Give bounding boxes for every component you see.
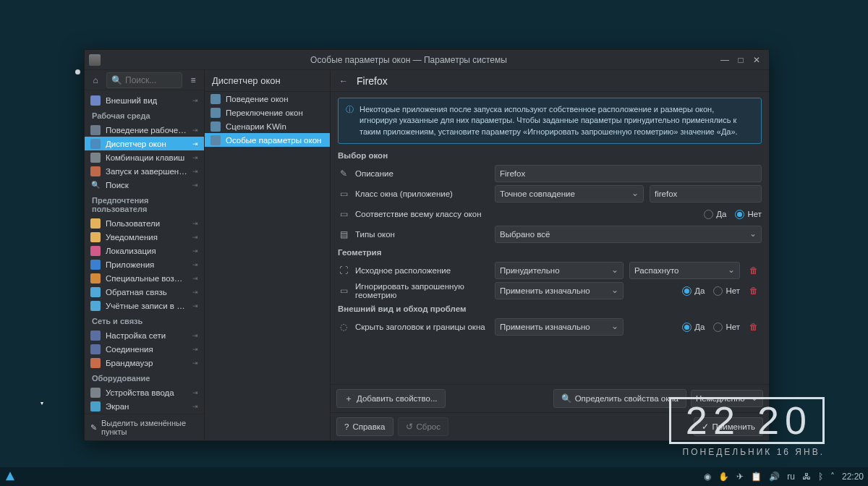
section-match: Выбор окон — [338, 151, 762, 160]
class-match-mode[interactable]: Точное совпадение — [495, 185, 644, 202]
sidebar-item[interactable]: Уведомления ⇥ — [85, 230, 204, 244]
chevron-right-icon: ⇥ — [192, 403, 198, 410]
tray-hand-icon[interactable]: ✋ — [718, 472, 729, 482]
sidebar-item[interactable]: Локализация ⇥ — [85, 244, 204, 257]
section-geometry: Геометрия — [338, 248, 762, 257]
whole-class-no[interactable]: Нет — [735, 210, 762, 219]
chevron-right-icon: ⇥ — [192, 168, 198, 175]
pos-mode-select[interactable]: Принудительно — [495, 262, 624, 279]
category-icon — [90, 401, 101, 412]
tray-chevron-icon[interactable]: ˄ — [830, 472, 835, 482]
close-button[interactable]: ✕ — [749, 52, 765, 68]
chevron-right-icon: ⇥ — [192, 140, 198, 148]
sidebar-item[interactable]: Комбинации клавиш ⇥ — [85, 150, 204, 164]
sidebar-group-header: Сеть и связь — [85, 312, 204, 328]
chevron-right-icon: ⇥ — [192, 247, 198, 255]
delete-rule-button[interactable]: 🗑 — [746, 263, 762, 278]
back-button[interactable]: ← — [336, 74, 351, 88]
chevron-right-icon: ⇥ — [192, 127, 198, 134]
sidebar-item[interactable]: Внешний вид ⇥ — [85, 93, 204, 107]
window-icon: ▭ — [338, 285, 349, 297]
detect-window-button[interactable]: 🔍Определить свойства окна — [553, 389, 686, 408]
category-icon: 🔍 — [90, 180, 101, 190]
window-types-select[interactable]: Выбрано всё — [495, 226, 762, 243]
pos-value-select[interactable]: Распахнуто — [629, 262, 740, 279]
highlight-changed-toggle[interactable]: ✎ Выделить изменённые пункты — [85, 414, 204, 440]
sidebar-item[interactable]: Поведение рабочей среды ⇥ — [85, 123, 204, 137]
tray-clipboard-icon[interactable]: 📋 — [751, 472, 762, 482]
hamburger-button[interactable]: ≡ — [185, 72, 201, 88]
delete-rule-button[interactable]: 🗑 — [746, 319, 762, 335]
tray-volume-icon[interactable]: 🔊 — [769, 472, 780, 482]
tray-telegram-icon[interactable]: ✈ — [736, 472, 744, 482]
ignore-no[interactable]: Нет — [713, 286, 740, 296]
home-button[interactable]: ⌂ — [88, 72, 103, 88]
chevron-right-icon: ⇥ — [192, 346, 198, 353]
tray-disc-icon[interactable]: ◉ — [704, 472, 711, 482]
category-icon — [90, 388, 101, 398]
maximize-button[interactable]: □ — [733, 52, 749, 68]
subpanel-item[interactable]: Сценарии KWin — [205, 119, 330, 133]
hide-no[interactable]: Нет — [713, 323, 740, 332]
description-input[interactable]: Firefox — [495, 165, 762, 182]
category-icon — [90, 232, 101, 242]
category-icon — [90, 166, 101, 176]
clock-time: 22 20 — [669, 397, 825, 444]
sidebar-item[interactable]: Обратная связь ⇥ — [85, 285, 204, 299]
sidebar-item[interactable]: Настройка сети ⇥ — [85, 328, 204, 342]
class-value-input[interactable]: firefox — [650, 185, 762, 202]
category-icon — [90, 331, 101, 341]
detail-panel: ← Firefox ⓘ Некоторые приложения после з… — [331, 70, 769, 440]
hide-yes[interactable]: Да — [682, 323, 705, 332]
sidebar-item[interactable]: Экран ⇥ — [85, 399, 204, 413]
start-icon[interactable] — [4, 471, 16, 482]
section-appearance: Внешний вид и обход проблем — [338, 304, 762, 313]
ignore-yes[interactable]: Да — [682, 286, 705, 296]
taskbar[interactable]: ◉ ✋ ✈ 📋 🔊 ru 🖧 ᛒ ˄ 22:20 — [0, 467, 868, 486]
sidebar-item[interactable]: Соединения ⇥ — [85, 342, 204, 356]
info-icon: ⓘ — [346, 104, 354, 137]
search-icon: 🔍 — [561, 393, 571, 404]
subpanel-item[interactable]: Переключение окон — [205, 106, 330, 119]
sidebar-item[interactable]: Устройства ввода ⇥ — [85, 385, 204, 399]
ignore-mode-select[interactable]: Применить изначально — [495, 282, 624, 299]
category-icon — [90, 287, 101, 297]
add-property-button[interactable]: ＋Добавить свойство... — [336, 389, 446, 408]
subcategory-panel: Диспетчер окон Поведение окон Переключен… — [205, 70, 331, 440]
titlebar[interactable]: Особые параметры окон — Параметры систем… — [85, 50, 769, 70]
category-icon — [90, 344, 101, 354]
tray-bluetooth-icon[interactable]: ᛒ — [818, 472, 823, 482]
help-icon: ? — [344, 422, 349, 431]
eye-off-icon: ◌ — [338, 321, 349, 333]
tray-clock[interactable]: 22:20 — [842, 472, 864, 482]
chevron-right-icon: ⇥ — [192, 220, 198, 227]
sidebar-item[interactable]: Диспетчер окон ⇥ — [85, 137, 204, 150]
minimize-button[interactable]: — — [717, 52, 733, 68]
tray-lang[interactable]: ru — [787, 472, 795, 482]
delete-rule-button[interactable]: 🗑 — [746, 283, 762, 299]
sidebar-group-header: Оборудование — [85, 370, 204, 385]
whole-class-yes[interactable]: Да — [704, 210, 726, 219]
pencil-icon: ✎ — [338, 168, 349, 179]
help-button[interactable]: ?Справка — [336, 417, 393, 436]
category-icon — [90, 95, 101, 106]
sidebar-item[interactable]: Специальные возможности ⇥ — [85, 271, 204, 285]
sidebar-item[interactable]: Звуковые устройства ⇥ — [85, 413, 204, 414]
search-input[interactable]: 🔍 — [106, 72, 182, 88]
tray-network-icon[interactable]: 🖧 — [802, 472, 811, 482]
sidebar-group-header: Предпочтения пользователя — [85, 192, 204, 216]
sidebar-item[interactable]: 🔍 Поиск ⇥ — [85, 178, 204, 192]
subpanel-item[interactable]: Поведение окон — [205, 92, 330, 106]
hide-mode-select[interactable]: Применить изначально — [495, 318, 624, 336]
chevron-right-icon: ⇥ — [192, 332, 198, 339]
category-icon — [90, 273, 101, 284]
search-icon: 🔍 — [111, 75, 122, 85]
sidebar-item[interactable]: Запуск и завершение ⇥ — [85, 164, 204, 178]
sidebar-item[interactable]: Пользователи ⇥ — [85, 216, 204, 230]
sidebar-item[interactable]: Брандмауэр ⇥ — [85, 356, 204, 370]
system-tray[interactable]: ◉ ✋ ✈ 📋 🔊 ru 🖧 ᛒ ˄ 22:20 — [704, 472, 864, 482]
sidebar-item[interactable]: Учётные записи в Интернете ⇥ — [85, 299, 204, 312]
chevron-right-icon: ⇥ — [192, 289, 198, 296]
subpanel-item[interactable]: Особые параметры окон — [205, 133, 330, 147]
sidebar-item[interactable]: Приложения ⇥ — [85, 257, 204, 271]
